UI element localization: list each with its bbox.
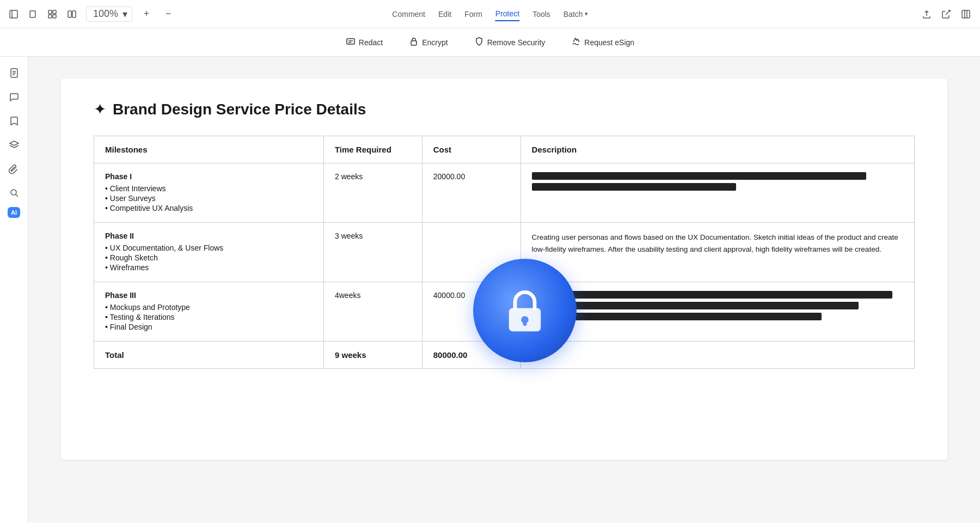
menu-comment[interactable]: Comment [392,8,425,21]
shield-icon [474,37,484,48]
svg-rect-2 [30,11,35,17]
table-row: Phase I Client Interviews User Surveys C… [94,163,915,223]
redact-label: Redact [359,38,383,47]
reading-mode-button[interactable] [960,9,971,20]
lock-icon [409,37,419,48]
redact-icon [346,37,356,48]
phase2-description: Creating user personas and flows based o… [520,223,914,282]
svg-rect-9 [962,10,970,18]
svg-rect-5 [48,15,52,18]
esign-icon [571,37,581,48]
col-header-cost: Cost [422,136,520,163]
sidebar-toggle-button[interactable] [9,9,19,19]
document-title-area: ✦ Brand Design Service Price Details [94,100,915,118]
sidebar-bookmark-icon[interactable] [4,111,24,131]
content-area: ✦ Brand Design Service Price Details Mil… [28,57,980,523]
phase3-item-1: Mockups and Prototype [105,303,313,312]
two-page-view-button[interactable] [64,7,79,22]
phase2-item-3: Wireframes [105,263,313,272]
redacted-bar-3 [532,291,892,299]
zoom-arrow: ▾ [122,8,127,20]
encrypt-button[interactable]: Encrypt [405,34,452,51]
phase3-milestones: Phase III Mockups and Prototype Testing … [94,282,324,342]
document-title: Brand Design Service Price Details [113,101,366,118]
svg-rect-3 [48,10,52,14]
phase3-description [520,282,914,342]
phase3-item-2: Testing & Iterations [105,313,313,321]
remove-security-button[interactable]: Remove Security [470,34,550,51]
title-star-icon: ✦ [94,100,106,118]
phase1-time: 2 weeks [323,163,422,223]
col-header-milestones: Milestones [94,136,324,163]
phase3-item-3: Final Design [105,323,313,331]
encrypt-label: Encrypt [422,38,448,47]
total-label: Total [94,342,324,369]
remove-security-label: Remove Security [487,38,546,47]
sidebar-attachment-icon[interactable] [4,159,24,179]
phase1-item-2: User Surveys [105,194,313,203]
sidebar-ai-button[interactable]: AI [8,207,20,218]
col-header-description: Description [520,136,914,163]
request-esign-button[interactable]: Request eSign [567,34,639,51]
upload-button[interactable] [921,9,932,20]
left-sidebar: AI [0,57,28,523]
lock-overlay-icon [500,286,549,335]
phase3-time: 4weeks [323,282,422,342]
phase2-item-2: Rough Sketch [105,253,313,262]
sub-toolbar: Redact Encrypt Remove Security Request e… [0,28,980,57]
svg-rect-15 [411,41,416,45]
nav-right-group [921,9,971,20]
zoom-control[interactable]: 100% ▾ [86,7,132,22]
total-time: 9 weeks [323,342,422,369]
document: ✦ Brand Design Service Price Details Mil… [61,78,947,460]
redact-button[interactable]: Redact [341,34,387,51]
redacted-bar-2 [532,183,736,191]
nav-left-group: 100% ▾ + − [9,7,176,22]
menu-batch[interactable]: Batch▾ [564,8,588,21]
svg-marker-20 [10,141,19,145]
lock-overlay [473,259,577,362]
phase2-items: UX Documentation, & User Flows Rough Ske… [105,244,313,272]
sidebar-search-icon[interactable] [4,183,24,203]
phase1-name: Phase I [105,172,313,181]
grid-view-button[interactable] [45,7,60,22]
share-button[interactable] [941,9,952,20]
phase2-item-1: UX Documentation, & User Flows [105,244,313,252]
phase2-milestones: Phase II UX Documentation, & User Flows … [94,223,324,282]
single-page-view-button[interactable] [25,7,40,22]
menu-protect[interactable]: Protect [495,7,519,21]
table-header-row: Milestones Time Required Cost Descriptio… [94,136,915,163]
sidebar-layers-icon[interactable] [4,135,24,155]
zoom-level: 100% [93,8,118,20]
menu-form[interactable]: Form [464,8,482,21]
phase1-item-3: Competitive UX Analysis [105,204,313,212]
zoom-in-button[interactable]: + [139,7,154,22]
menu-tools[interactable]: Tools [532,8,550,21]
phase1-milestones: Phase I Client Interviews User Surveys C… [94,163,324,223]
sidebar-pages-icon[interactable] [4,63,24,83]
svg-rect-25 [523,320,527,326]
phase1-description [520,163,914,223]
phase3-name: Phase III [105,291,313,300]
svg-rect-7 [68,11,71,17]
phase1-cost: 20000.00 [422,163,520,223]
redacted-bar-4 [532,302,859,309]
main-layout: AI ✦ Brand Design Service Price Details [0,57,980,523]
phase1-item-1: Client Interviews [105,184,313,193]
phase2-name: Phase II [105,232,313,240]
svg-rect-8 [72,11,76,17]
menu-edit[interactable]: Edit [438,8,451,21]
redacted-bar-1 [532,172,866,180]
sidebar-comment-icon[interactable] [4,87,24,107]
svg-rect-12 [347,39,354,44]
phase2-time: 3 weeks [323,223,422,282]
top-navigation: 100% ▾ + − Comment Edit Form Protect Too… [0,0,980,28]
phase3-items: Mockups and Prototype Testing & Iteratio… [105,303,313,331]
svg-point-21 [11,190,16,195]
svg-rect-4 [53,10,56,14]
svg-line-22 [16,194,18,197]
zoom-out-button[interactable]: − [161,7,176,22]
request-esign-label: Request eSign [584,38,634,47]
total-description [520,342,914,369]
phase1-items: Client Interviews User Surveys Competiti… [105,184,313,212]
